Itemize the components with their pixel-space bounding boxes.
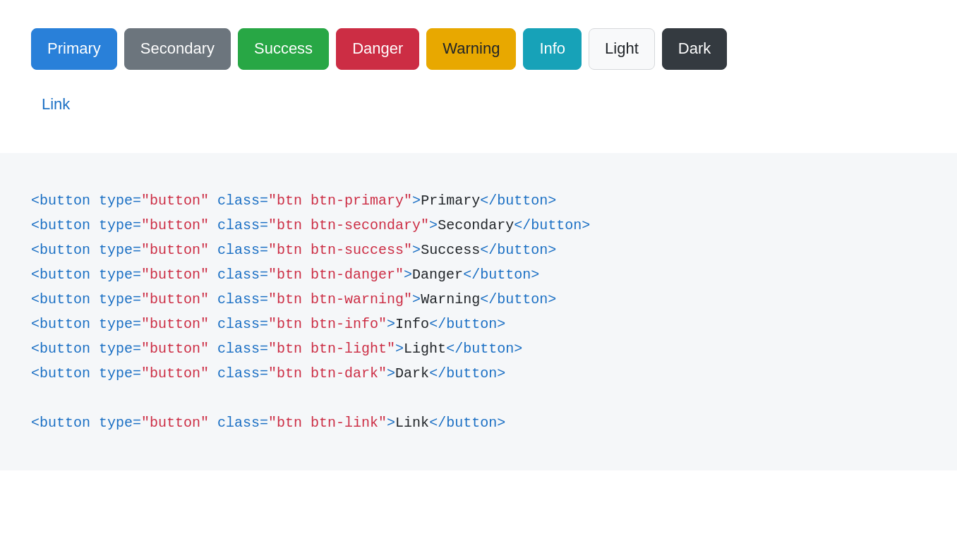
link-button[interactable]: Link [31,84,80,126]
link-row: Link [31,84,926,126]
success-button[interactable]: Success [238,28,329,70]
warning-button[interactable]: Warning [426,28,516,70]
code-block: <button type="button" class="btn btn-pri… [31,188,926,435]
light-button[interactable]: Light [589,28,655,70]
primary-button[interactable]: Primary [31,28,117,70]
dark-button[interactable]: Dark [662,28,727,70]
info-button[interactable]: Info [523,28,582,70]
top-section: Primary Secondary Success Danger Warning… [0,0,957,146]
code-section: <button type="button" class="btn btn-pri… [0,153,957,470]
button-row: Primary Secondary Success Danger Warning… [31,28,926,70]
danger-button[interactable]: Danger [336,28,419,70]
secondary-button[interactable]: Secondary [124,28,231,70]
